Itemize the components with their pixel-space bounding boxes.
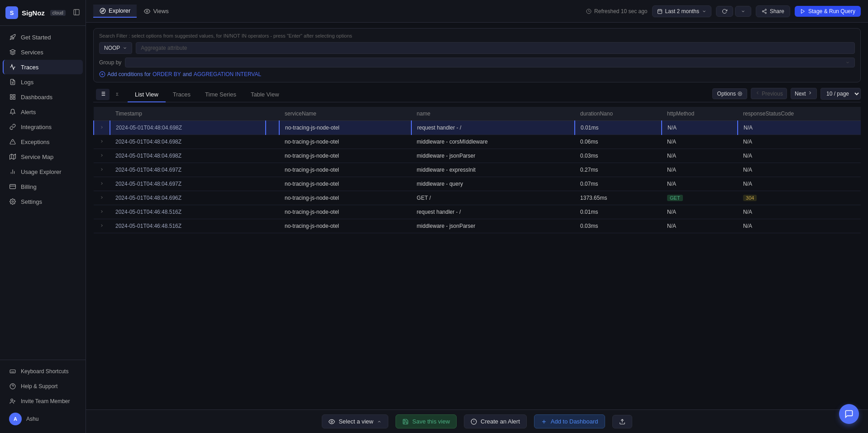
col-duration[interactable]: durationNano — [575, 107, 662, 121]
sidebar-item-get-started[interactable]: Get Started — [3, 30, 83, 44]
add-dashboard-button[interactable]: Add to Dashboard — [534, 414, 605, 428]
table-row[interactable]: 2024-05-01T04:48:04.696Z no-tracing-js-n… — [94, 191, 861, 205]
add-conditions-row[interactable]: Add conditions for ORDER BY and AGGREGAT… — [99, 71, 855, 77]
tab-explorer[interactable]: Explorer — [93, 5, 137, 18]
sidebar-item-user[interactable]: A Ashu — [3, 409, 83, 429]
aggregation-link[interactable]: AGGREGATION INTERVAL — [194, 71, 261, 77]
timestamp-cell: 2024-05-01T04:46:48.516Z — [110, 205, 266, 219]
export-button[interactable] — [612, 415, 632, 428]
table-row[interactable]: 2024-05-01T04:48:04.697Z no-tracing-js-n… — [94, 177, 861, 191]
page-size-select[interactable]: 10 / page — [820, 88, 861, 100]
duration-cell: 0.03ms — [575, 149, 662, 163]
http-method-cell: N/A — [662, 205, 738, 219]
status-code-value: N/A — [743, 181, 752, 187]
select-view-button[interactable]: Select a view — [322, 414, 388, 428]
expand-cell[interactable] — [94, 135, 110, 149]
run-query-button[interactable]: Stage & Run Query — [795, 6, 861, 17]
tab-traces[interactable]: Traces — [166, 87, 198, 102]
sidebar-item-label: Invite Team Member — [21, 398, 70, 404]
tab-views[interactable]: Views — [138, 5, 175, 17]
sidebar-item-keyboard-shortcuts[interactable]: Keyboard Shortcuts — [3, 364, 83, 379]
status-code-cell: N/A — [738, 219, 861, 233]
tab-time-series[interactable]: Time Series — [198, 87, 243, 102]
sidebar-item-alerts[interactable]: Alerts — [3, 105, 83, 119]
activity-icon — [9, 63, 16, 71]
table-row[interactable]: 2024-05-01T04:48:04.698Z no-tracing-js-n… — [94, 121, 861, 135]
expand-cell[interactable] — [94, 191, 110, 205]
next-label: Next — [795, 91, 806, 97]
table-row[interactable]: 2024-05-01T04:48:04.697Z no-tracing-js-n… — [94, 163, 861, 177]
sidebar-item-traces[interactable]: Traces — [3, 60, 83, 74]
alert-triangle-icon — [9, 138, 16, 145]
timestamp-cell: 2024-05-01T04:48:04.697Z — [110, 177, 266, 191]
timestamp-cell: 2024-05-01T04:48:04.697Z — [110, 163, 266, 177]
service-name-cell: no-tracing-js-node-otel — [279, 149, 411, 163]
time-range-label: Last 2 months — [665, 8, 699, 14]
sidebar-item-settings[interactable]: Settings — [3, 194, 83, 209]
sidebar-item-label: Billing — [21, 183, 37, 190]
operator-label: NOOP — [104, 45, 120, 51]
chat-button[interactable] — [839, 404, 859, 424]
http-method-value: N/A — [667, 153, 676, 159]
keyboard-icon — [9, 368, 16, 375]
expand-cell[interactable] — [94, 177, 110, 191]
expand-cell[interactable] — [94, 163, 110, 177]
table-row[interactable]: 2024-05-01T04:48:04.698Z no-tracing-js-n… — [94, 149, 861, 163]
previous-button[interactable]: Previous — [751, 88, 787, 99]
time-range-selector[interactable]: Last 2 months — [652, 5, 711, 17]
sidebar-toggle-button[interactable] — [73, 9, 80, 17]
save-view-button[interactable]: Save this view — [396, 414, 457, 428]
group-by-label: Group by — [99, 59, 121, 66]
topbar: Explorer Views Refreshed 10 sec ago Last… — [86, 0, 868, 23]
status-code-cell: N/A — [738, 163, 861, 177]
chevron-right-icon — [100, 209, 104, 214]
sidebar-item-service-map[interactable]: Service Map — [3, 149, 83, 164]
auto-refresh-button[interactable] — [735, 6, 751, 17]
sidebar-item-usage-explorer[interactable]: Usage Explorer — [3, 164, 83, 179]
col-service-name[interactable]: serviceName — [279, 107, 411, 121]
sidebar-item-logs[interactable]: Logs — [3, 75, 83, 89]
status-code-value: N/A — [743, 209, 752, 215]
order-by-link[interactable]: ORDER BY — [153, 71, 181, 77]
col-status-code[interactable]: responseStatusCode — [738, 107, 861, 121]
col-http-method[interactable]: httpMethod — [662, 107, 738, 121]
sidebar-item-integrations[interactable]: Integrations — [3, 120, 83, 134]
table-row[interactable]: 2024-05-01T04:46:48.516Z no-tracing-js-n… — [94, 219, 861, 233]
table-row[interactable]: 2024-05-01T04:46:48.516Z no-tracing-js-n… — [94, 205, 861, 219]
expand-cell[interactable] — [94, 121, 110, 135]
svg-marker-44 — [801, 9, 804, 13]
refresh-button[interactable] — [716, 6, 733, 17]
next-button[interactable]: Next — [791, 88, 817, 99]
tab-table-view[interactable]: Table View — [243, 87, 286, 102]
table-header-row: Timestamp serviceName name durationNano … — [94, 107, 861, 121]
col-name[interactable]: name — [411, 107, 575, 121]
sidebar-item-invite-team[interactable]: Invite Team Member — [3, 394, 83, 409]
options-button[interactable]: Options — [712, 88, 747, 99]
expand-cell[interactable] — [94, 219, 110, 233]
plus-circle-icon — [99, 71, 105, 77]
chevron-down-icon — [702, 9, 706, 14]
expand-cell[interactable] — [94, 149, 110, 163]
operator-select[interactable]: NOOP — [99, 42, 132, 54]
create-alert-button[interactable]: Create an Alert — [464, 414, 527, 428]
chevron-right-icon — [100, 195, 104, 200]
service-name-cell: no-tracing-js-node-otel — [279, 135, 411, 149]
table-row[interactable]: 2024-05-01T04:48:04.698Z no-tracing-js-n… — [94, 135, 861, 149]
chevron-right-icon — [100, 125, 104, 130]
col-timestamp[interactable]: Timestamp — [110, 107, 266, 121]
sidebar-item-services[interactable]: Services — [3, 45, 83, 59]
svg-rect-5 — [10, 95, 12, 96]
sidebar-item-dashboards[interactable]: Dashboards — [3, 90, 83, 104]
sidebar-item-billing[interactable]: Billing — [3, 179, 83, 194]
share-button[interactable]: Share — [756, 5, 790, 17]
group-by-input[interactable] — [125, 58, 855, 67]
tab-list-view[interactable]: List View — [128, 87, 166, 102]
expand-cell[interactable] — [94, 205, 110, 219]
aggregate-input[interactable]: Aggregate attribute — [136, 42, 855, 54]
sidebar-item-exceptions[interactable]: Exceptions — [3, 135, 83, 149]
list-icon-tab[interactable] — [96, 89, 110, 100]
sigma-icon-tab[interactable]: Σ — [111, 89, 125, 100]
sidebar-item-help-support[interactable]: Help & Support — [3, 379, 83, 394]
sidebar-item-label: Keyboard Shortcuts — [21, 368, 68, 375]
user-avatar: A — [9, 413, 22, 425]
